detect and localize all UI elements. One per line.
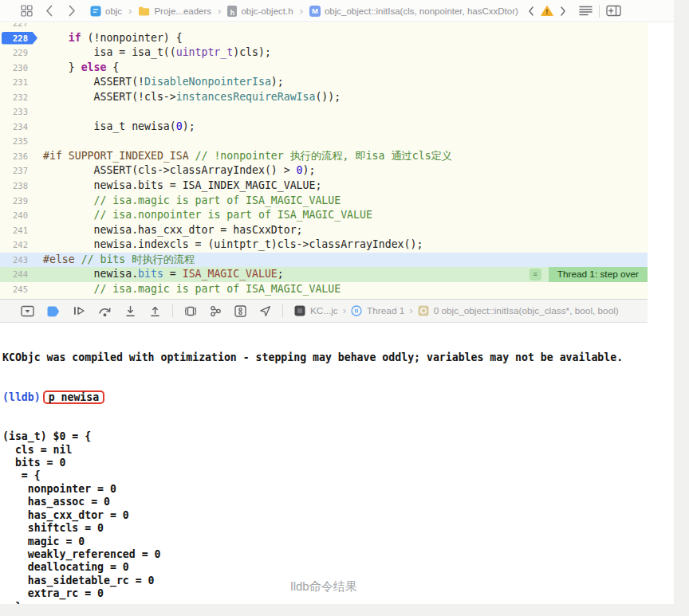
breadcrumb-separator: [128, 6, 132, 16]
console-command-line: (lldb)p newisa: [2, 390, 674, 404]
code-line-239[interactable]: 239 // isa.magic is part of ISA_MAGIC_VA…: [0, 194, 648, 209]
code-text: ASSERT(cls->classArrayIndex() > 0);: [37, 163, 315, 179]
code-segment: 0: [297, 164, 303, 176]
previous-issue-chevron-icon[interactable]: [528, 6, 534, 16]
code-segment: // bits 时执行的流程: [81, 253, 195, 265]
thread-status-badge: ≡Thread 1: step over: [530, 267, 648, 282]
process-app-icon: [294, 305, 305, 316]
environment-overrides-button[interactable]: [234, 305, 246, 317]
code-segment: );: [303, 164, 316, 176]
trail-separator: [343, 305, 346, 316]
code-text: newisa.bits = ISA_INDEX_MAGIC_VALUE;: [37, 179, 321, 194]
line-number[interactable]: 243: [0, 253, 37, 268]
code-line-237[interactable]: 237 ASSERT(cls->classArrayIndex() > 0);: [0, 163, 648, 179]
console-output-line: magic = 0: [2, 536, 674, 548]
code-line-235[interactable]: 235: [0, 134, 648, 149]
console-output-line: cls = nil: [2, 444, 674, 457]
code-line-242[interactable]: 242 newisa.indexcls = (uintptr_t)cls->cl…: [0, 237, 648, 253]
related-items-grid-icon[interactable]: [21, 5, 33, 17]
code-text: #if SUPPORT_INDEXED_ISA // !nonpointer 执…: [37, 149, 452, 164]
console-output-line: has_assoc = 0: [2, 496, 674, 508]
line-number[interactable]: 237: [0, 163, 37, 179]
breakpoints-toggle-button[interactable]: [47, 305, 60, 317]
code-segment: // !nonpointer 执行的流程, 即isa 通过cls定义: [195, 150, 452, 162]
code-line-232[interactable]: 232 ASSERT(!cls->instancesRequireRawIsa(…: [0, 90, 648, 105]
breadcrumb-symbol[interactable]: M objc_object::initIsa(cls, nonpointer, …: [309, 6, 518, 17]
breadcrumb-project[interactable]: objc: [90, 6, 122, 17]
line-number[interactable]: 227: [0, 23, 37, 31]
debug-view-hierarchy-button[interactable]: [184, 305, 197, 317]
code-text: [37, 104, 43, 120]
process-name[interactable]: KC...jc: [310, 305, 338, 316]
code-text: isa_t newisa(0);: [37, 120, 195, 135]
step-out-button[interactable]: [149, 305, 161, 317]
code-line-244[interactable]: 244 newisa.bits = ISA_MAGIC_VALUE;≡Threa…: [0, 267, 648, 282]
line-number[interactable]: 236: [0, 149, 37, 164]
continue-execution-button[interactable]: [73, 305, 85, 316]
step-into-button[interactable]: [124, 305, 136, 317]
code-segment: isa = isa_t((: [43, 46, 176, 58]
next-issue-chevron-icon[interactable]: [560, 6, 566, 16]
adjust-editor-icon[interactable]: [606, 5, 621, 17]
line-number[interactable]: 233: [0, 104, 37, 120]
forward-chevron-icon[interactable]: [68, 5, 76, 17]
line-number[interactable]: 241: [0, 223, 37, 238]
code-line-230[interactable]: 230 } else {: [0, 61, 648, 76]
line-number[interactable]: 235: [0, 134, 37, 149]
line-number[interactable]: 242: [0, 237, 37, 253]
code-line-238[interactable]: 238 newisa.bits = ISA_INDEX_MAGIC_VALUE;: [0, 179, 648, 194]
code-line-231[interactable]: 231 ASSERT(!DisableNonpointerIsa);: [0, 75, 648, 90]
stack-frame-icon: [418, 305, 429, 316]
code-line-233[interactable]: 233: [0, 104, 648, 120]
code-line-243[interactable]: 243#else // bits 时执行的流程: [0, 253, 648, 268]
console-output-line: (isa_t) $0 = {: [2, 430, 674, 443]
lldb-prompt: (lldb): [2, 391, 41, 403]
code-segment: ASSERT(cls->classArrayIndex() >: [43, 164, 297, 176]
minimap-lines-icon[interactable]: [579, 6, 593, 16]
code-text: [37, 23, 43, 31]
code-line-241[interactable]: 241 newisa.has_cxx_dtor = hasCxxDtor;: [0, 223, 648, 238]
code-segment: [43, 32, 69, 44]
memory-graph-button[interactable]: [210, 305, 222, 317]
lldb-console[interactable]: KCObjc was compiled with optimization - …: [0, 324, 674, 563]
code-line-228[interactable]: 228 if (!nonpointer) {: [0, 31, 648, 46]
simulate-location-button[interactable]: [259, 305, 271, 317]
thread-name[interactable]: Thread 1: [367, 305, 404, 316]
code-segment: DisableNonpointerIsa: [144, 76, 271, 88]
page-right-gutter: [674, 0, 689, 616]
line-number[interactable]: 234: [0, 120, 37, 135]
line-number[interactable]: 245: [0, 282, 37, 297]
code-line-245[interactable]: 245 // isa.magic is part of ISA_MAGIC_VA…: [0, 282, 648, 297]
line-number[interactable]: 238: [0, 179, 37, 194]
line-number[interactable]: 240: [0, 208, 37, 223]
code-editor[interactable]: 227228 if (!nonpointer) {229 isa = isa_t…: [0, 23, 648, 299]
breadcrumb-file[interactable]: h objc-object.h: [227, 6, 293, 17]
line-number[interactable]: 244: [0, 267, 37, 282]
console-output-line: shiftcls = 0: [2, 522, 674, 535]
code-segment: );: [183, 120, 195, 132]
frame-name[interactable]: 0 objc_object::initIsa(objc_class*, bool…: [434, 305, 619, 316]
code-line-236[interactable]: 236#if SUPPORT_INDEXED_ISA // !nonpointe…: [0, 149, 648, 164]
breadcrumb-group[interactable]: Proje...eaders: [138, 6, 211, 16]
line-number[interactable]: 232: [0, 90, 37, 105]
code-line-240[interactable]: 240 // isa.nonpointer is part of ISA_MAG…: [0, 208, 648, 223]
code-line-229[interactable]: 229 isa = isa_t((uintptr_t)cls);: [0, 45, 648, 61]
line-number[interactable]: 239: [0, 194, 37, 209]
code-segment: if: [69, 32, 81, 44]
line-number[interactable]: 228: [0, 31, 37, 46]
back-chevron-icon[interactable]: [45, 5, 53, 17]
breadcrumb-file-label: objc-object.h: [241, 6, 293, 16]
code-text: // isa.nonpointer is part of ISA_MAGIC_V…: [37, 208, 372, 223]
debug-actions-icon[interactable]: ≡: [530, 269, 541, 281]
code-line-234[interactable]: 234 isa_t newisa(0);: [0, 120, 648, 135]
line-number[interactable]: 229: [0, 45, 37, 61]
code-segment: instancesRequireRawIsa: [176, 91, 316, 103]
trail-separator: [409, 305, 412, 316]
warning-icon[interactable]: [541, 6, 553, 17]
step-over-button[interactable]: [98, 305, 112, 317]
code-line-227[interactable]: 227: [0, 23, 648, 31]
line-number[interactable]: 231: [0, 75, 37, 90]
hide-debug-area-button[interactable]: [21, 305, 34, 317]
line-number[interactable]: 230: [0, 61, 37, 76]
folder-icon: [138, 6, 150, 16]
